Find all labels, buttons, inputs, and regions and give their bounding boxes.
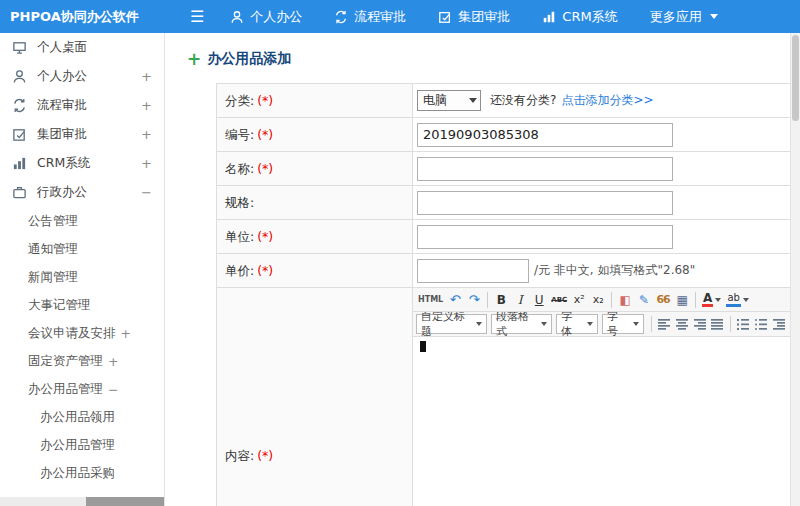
editor-content-area[interactable] [413,337,790,506]
price-label: 单价:(*) [217,254,413,287]
redo-icon[interactable]: ↷ [465,290,483,309]
category-select-value: 电脑 [423,92,447,109]
chevron-down-icon [710,14,718,19]
superscript-button[interactable]: x² [570,290,588,309]
sidebar-item-personal-office[interactable]: 个人办公 + [0,62,164,91]
category-hint: 还没有分类? [490,92,556,109]
sidebar-item-announcement-mgmt[interactable]: 公告管理 [0,207,164,235]
person-icon [12,69,28,84]
source-code-button[interactable]: HTML [416,290,445,309]
spec-input[interactable] [417,191,673,215]
scrollbar-thumb[interactable] [86,497,165,506]
sidebar-item-group-approval[interactable]: 集团审批 + [0,120,164,149]
sidebar-item-memorabilia-mgmt[interactable]: 大事记管理 [0,291,164,319]
sidebar-item-label: 新闻管理 [28,269,78,286]
sidebar-item-fixed-assets-mgmt[interactable]: 固定资产管理 + [0,347,164,375]
table-icon[interactable]: ▦ [673,290,691,309]
expand-toggle[interactable]: + [141,156,152,171]
undo-icon[interactable]: ↶ [446,290,464,309]
sidebar-item-supplies-manage[interactable]: 办公用品管理 [0,431,164,459]
subscript-button[interactable]: x₂ [589,290,607,309]
indent-icon[interactable] [770,315,787,334]
sidebar-item-admin-office[interactable]: 行政办公 − [0,178,164,207]
vertical-scrollbar[interactable] [790,33,800,506]
price-format-hint: /元 非中文, 如填写格式"2.68" [534,262,695,279]
expand-toggle[interactable]: + [141,127,152,142]
strikethrough-button[interactable]: ABC [549,290,569,309]
sidebar-item-meeting-request[interactable]: 会议申请及安排 + [0,319,164,347]
text-cursor [420,341,426,352]
form-row-content: 内容:(*) HTML ↶ ↷ B I U ABC x² x₂ [217,288,790,506]
align-left-icon[interactable] [656,315,673,334]
eraser-icon[interactable]: ◧ [616,290,634,309]
add-category-link[interactable]: 点击添加分类>> [561,92,653,109]
expand-toggle[interactable]: + [141,69,152,84]
unit-input[interactable] [417,225,673,249]
format-brush-icon[interactable]: ✎ [635,290,653,309]
sidebar-item-supplies-purchase[interactable]: 办公用品采购 [0,459,164,487]
align-center-icon[interactable] [673,315,690,334]
desktop-icon [12,40,28,55]
nav-more-apps[interactable]: 更多应用 [650,8,718,26]
main-content: + 办公用品添加 分类:(*) 电脑 还没有分类? 点击添加分类>> 编号:(*… [166,33,790,506]
ordered-list-icon[interactable] [735,315,752,334]
code-input[interactable] [417,123,673,147]
form-row-name: 名称:(*) [217,152,790,186]
sidebar-item-crm-system[interactable]: CRM系统 + [0,149,164,178]
chart-icon [542,10,556,24]
align-right-icon[interactable] [691,315,708,334]
sidebar-item-supplies-claim[interactable]: 办公用品领用 [0,403,164,431]
highlight-color-button[interactable]: ab [724,290,750,309]
align-justify-icon[interactable] [709,315,726,334]
sidebar-item-label: 大事记管理 [28,297,91,314]
toolbar-separator [487,292,488,308]
expand-toggle[interactable]: + [121,326,131,341]
required-mark: (*) [257,448,273,463]
sidebar-item-news-mgmt[interactable]: 新闻管理 [0,263,164,291]
underline-button[interactable]: U [530,290,548,309]
nav-personal-office[interactable]: 个人办公 [230,8,302,26]
font-color-button[interactable]: A [700,290,723,309]
nav-label: 流程审批 [354,8,406,26]
collapse-toggle[interactable]: − [141,185,152,200]
required-mark: (*) [257,229,273,244]
sidebar-item-notice-mgmt[interactable]: 通知管理 [0,235,164,263]
form-row-code: 编号:(*) [217,118,790,152]
expand-toggle[interactable]: + [141,98,152,113]
nav-label: CRM系统 [562,8,617,26]
required-mark: (*) [257,127,273,142]
sidebar-item-label: 集团审批 [37,126,87,143]
font-size-select[interactable]: 字号 [602,314,644,334]
nav-crm-system[interactable]: CRM系统 [542,8,617,26]
collapse-toggle[interactable]: − [108,382,118,397]
nav-label: 集团审批 [458,8,510,26]
app-logo[interactable]: PHPOA协同办公软件 [0,8,172,26]
category-select[interactable]: 电脑 [417,90,481,111]
sidebar-horizontal-scrollbar[interactable] [0,497,165,506]
sidebar-item-office-supplies-mgmt[interactable]: 办公用品管理 − [0,375,164,403]
paragraph-format-select[interactable]: 段落格式 [491,314,552,334]
expand-toggle[interactable]: + [108,354,118,369]
font-family-select[interactable]: 字体 [556,314,598,334]
form-row-unit: 单位:(*) [217,220,790,254]
blockquote-button[interactable]: 66 [654,290,672,309]
code-label: 编号:(*) [217,118,413,151]
bold-button[interactable]: B [492,290,510,309]
name-input[interactable] [417,157,673,181]
add-icon: + [187,51,201,68]
price-input[interactable] [417,259,529,283]
edit-icon [438,10,452,24]
sidebar-item-label: 流程审批 [37,97,87,114]
nav-group-approval[interactable]: 集团审批 [438,8,510,26]
italic-button[interactable]: I [511,290,529,309]
custom-title-select[interactable]: 自定义标题 [416,314,487,334]
toolbar-separator [695,292,696,308]
hamburger-icon[interactable]: ☰ [190,7,204,26]
unordered-list-icon[interactable] [752,315,769,334]
nav-workflow-approval[interactable]: 流程审批 [334,8,406,26]
form-row-spec: 规格: [217,186,790,220]
editor-toolbar-row1: HTML ↶ ↷ B I U ABC x² x₂ ◧ ✎ 66 [413,288,790,312]
sidebar-item-workflow-approval[interactable]: 流程审批 + [0,91,164,120]
scrollbar-thumb[interactable] [792,35,799,121]
sidebar-item-personal-desktop[interactable]: 个人桌面 [0,33,164,62]
